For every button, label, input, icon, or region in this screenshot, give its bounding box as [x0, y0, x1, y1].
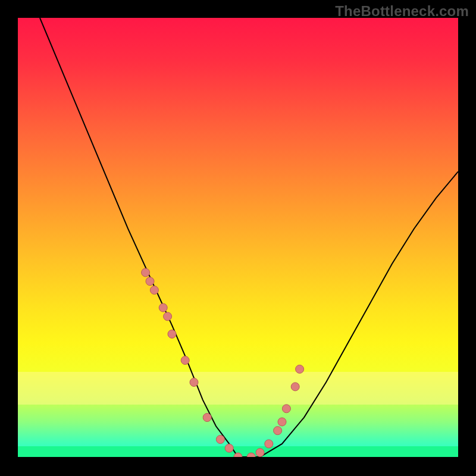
data-point: [216, 436, 224, 444]
data-point: [159, 303, 167, 312]
data-point: [142, 268, 150, 277]
chart-container: TheBottleneck.com: [0, 0, 476, 476]
data-point: [168, 330, 176, 338]
data-point: [291, 383, 299, 391]
yellow-band: [18, 372, 458, 405]
data-point: [296, 365, 304, 373]
data-point: [164, 312, 172, 321]
data-point: [278, 418, 286, 426]
plot-svg: [18, 18, 458, 457]
data-point: [256, 449, 264, 457]
data-point: [282, 405, 290, 413]
watermark-text: TheBottleneck.com: [335, 3, 469, 20]
data-point: [181, 356, 189, 365]
data-point: [203, 414, 211, 422]
data-point: [146, 277, 154, 286]
data-point: [190, 378, 198, 387]
plot-area: [18, 18, 458, 457]
data-point: [150, 286, 158, 295]
data-point: [274, 427, 282, 435]
data-point: [225, 444, 233, 452]
data-point: [265, 440, 273, 448]
